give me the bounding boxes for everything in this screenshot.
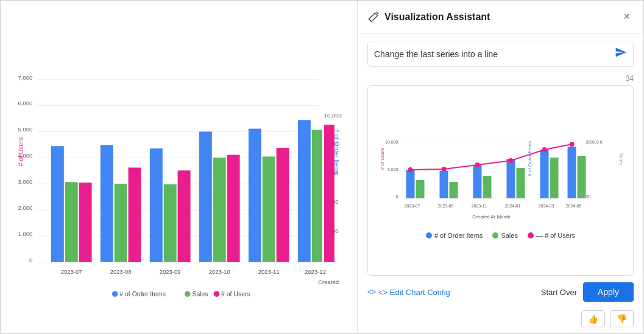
viz-assistant-panel: Visualization Assistant × Change the las… [357,1,643,333]
thumbs-down-button[interactable]: 👎 [610,310,634,327]
bar-group-4 [199,131,240,262]
x-tick: 2023-10 [209,268,230,275]
x-label: Created [318,279,339,285]
svg-rect-45 [450,182,458,198]
query-row: Change the last series into a line [367,41,634,67]
bar-group-6 [298,120,311,262]
bar-group-5 [249,129,289,262]
edit-code-icon: <> [367,288,376,296]
svg-rect-16 [178,170,191,262]
feedback-row: 👍 👎 [358,308,643,333]
legend-dot-users [528,232,534,238]
svg-rect-49 [517,168,525,198]
svg-point-56 [475,162,480,167]
svg-rect-22 [277,148,289,262]
send-icon [615,46,627,58]
char-count-row: 34 [358,74,643,85]
legend-sales: Sales [492,232,518,239]
svg-text:2023-11: 2023-11 [472,204,487,208]
svg-text:10,000: 10,000 [385,140,398,144]
panel-header: Visualization Assistant × [358,1,643,33]
preview-chart-svg: # of Users # of Order Items Sales 0 5,00… [374,92,627,226]
svg-rect-14 [150,148,163,262]
svg-point-54 [408,167,413,172]
preview-area: # of Users # of Order Items Sales 0 5,00… [367,85,634,276]
edit-config-button[interactable]: <> <> Edit Chart Config [367,288,450,297]
legend-label-sales: Sales [501,232,518,239]
svg-rect-18 [213,158,226,262]
svg-text:5,000: 5,000 [387,167,398,172]
main-chart-area: # of Users # of Order Items 0 1,000 2,00… [1,1,357,333]
svg-point-57 [509,158,514,163]
svg-rect-17 [199,131,212,262]
y-tick: 3,000 [18,178,33,185]
apply-button[interactable]: Apply [583,282,634,302]
svg-rect-21 [263,156,275,262]
main-container: # of Users # of Order Items 0 1,000 2,00… [0,0,644,334]
legend-order-items: # of Order Items [426,232,483,239]
svg-rect-53 [578,156,586,198]
svg-rect-13 [129,167,141,262]
preview-x-label: Created At Month [472,214,510,220]
query-text: Change the last series into a line [374,49,610,59]
svg-rect-46 [473,165,482,198]
svg-text:Sales: Sales [192,291,208,297]
panel-title: Visualization Assistant [384,12,490,23]
char-count: 34 [626,74,634,83]
edit-config-label: <> Edit Chart Config [378,288,450,297]
svg-point-27 [112,291,118,297]
svg-rect-19 [227,155,240,262]
close-button[interactable]: × [620,9,634,24]
svg-rect-44 [440,171,448,198]
svg-rect-51 [550,158,559,198]
panel-footer: <> <> Edit Chart Config Start Over Apply [358,276,643,308]
svg-rect-52 [568,147,576,198]
svg-rect-42 [406,170,415,198]
legend-dot-order [426,232,432,238]
legend-dot-sales [492,232,498,238]
svg-text:0: 0 [396,195,398,199]
preview-legend: # of Order Items Sales ― # of Users [374,228,627,242]
svg-text:2024-03: 2024-03 [539,204,554,208]
svg-text:2023-09: 2023-09 [438,204,454,208]
svg-rect-20 [249,129,261,262]
svg-rect-25 [312,130,322,262]
footer-right: Start Over Apply [541,282,634,302]
start-over-button[interactable]: Start Over [541,288,577,297]
svg-text:# of Users: # of Users [221,291,250,297]
svg-rect-12 [115,184,127,262]
thumbs-up-button[interactable]: 👍 [581,310,605,327]
bar-group-3 [150,148,191,262]
y-tick: 7,000 [18,74,33,81]
x-tick: 2023-08 [110,268,132,275]
legend-label-users: ― # of Users [536,232,575,239]
x-tick: 2023-07 [61,268,82,275]
send-button[interactable] [615,46,627,61]
bar-group-2 [101,145,141,262]
svg-rect-10 [79,183,92,262]
x-tick: 2023-11 [258,268,280,275]
y-tick: 1,000 [18,231,33,237]
svg-point-59 [570,142,575,147]
svg-text:$0: $0 [586,195,591,199]
x-tick: 2023-12 [305,268,326,275]
svg-point-31 [214,291,220,297]
svg-rect-9 [65,182,78,262]
svg-rect-11 [101,145,113,262]
x-tick: 2023-09 [160,268,181,275]
svg-point-29 [185,291,191,297]
svg-rect-26 [324,125,334,262]
legend-users: ― # of Users [528,232,575,239]
y-tick: 6,000 [18,100,33,106]
svg-rect-23 [298,120,311,262]
y-tick: 2,000 [18,204,33,211]
y-tick: 0 [29,257,32,263]
svg-text:2023-07: 2023-07 [405,204,420,208]
svg-point-58 [542,147,547,152]
chart-legend: # of Order Items Sales # of Users [112,291,250,297]
bar-group-1 [51,146,92,262]
y-right-tick: 10,000 [324,112,342,119]
panel-title-group: Visualization Assistant [367,11,490,23]
svg-text:$500.0 K: $500.0 K [586,140,603,144]
wand-icon [367,11,380,23]
